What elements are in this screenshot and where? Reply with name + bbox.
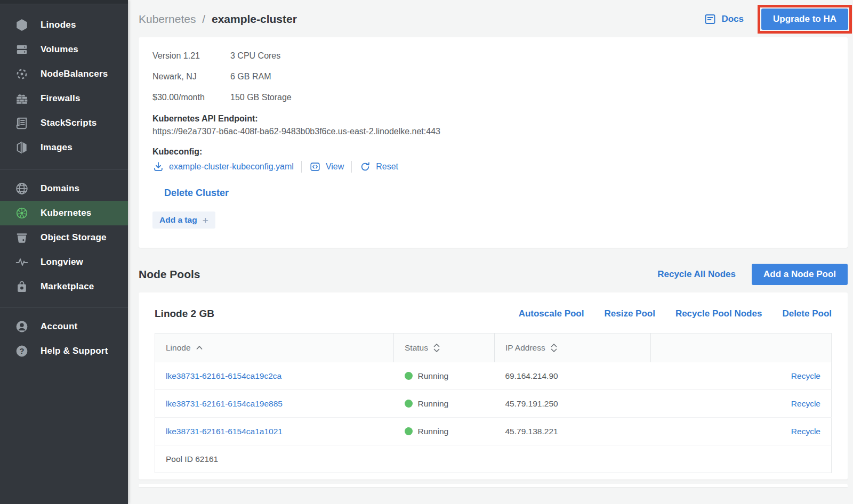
breadcrumb: Kubernetes / example-cluster [139,13,704,26]
sidebar-item-help-support[interactable]: ? Help & Support [0,339,128,363]
table-header-row: Linode Status [155,334,832,362]
sidebar-item-images[interactable]: Images [0,135,128,160]
sidebar-item-stackscripts[interactable]: StackScripts [0,111,128,135]
sidebar-item-linodes[interactable]: Linodes [0,13,128,37]
sidebar-item-object-storage[interactable]: Object Storage [0,225,128,250]
table-footer-row: Pool ID 62161 [155,445,832,473]
plus-icon: + [203,216,208,224]
sidebar-item-domains[interactable]: Domains [0,176,128,201]
recycle-node-link[interactable]: Recycle [791,371,820,380]
svg-text:?: ? [20,347,25,355]
help-icon: ? [14,343,30,359]
view-label: View [326,162,344,172]
kubernetes-icon [14,205,30,221]
docs-label: Docs [721,14,744,25]
sort-asc-icon [196,345,203,350]
status-label: Running [418,427,449,436]
stackscripts-icon [14,115,30,131]
docs-icon [704,13,717,26]
pool-name: Linode 2 GB [155,308,498,320]
resize-pool-link[interactable]: Resize Pool [604,308,655,319]
pool-head: Linode 2 GB Autoscale Pool Resize Pool R… [155,303,832,324]
spec-region: Newark, NJ [152,72,230,82]
longview-icon [14,254,30,270]
ip-address: 45.79.191.250 [505,399,558,408]
recycle-pool-nodes-link[interactable]: Recycle Pool Nodes [675,308,762,319]
column-header-ip-address[interactable]: IP Address [495,334,651,362]
status-dot [405,427,413,435]
kubeconfig-reset-link[interactable]: Reset [359,161,398,173]
spec-version: Version 1.21 [152,51,230,61]
sidebar-item-volumes[interactable]: Volumes [0,37,128,62]
sidebar-item-label: Help & Support [41,346,108,356]
recycle-node-link[interactable]: Recycle [791,427,820,436]
spec-cpu: 3 CPU Cores [230,51,833,61]
sidebar-item-label: Firewalls [41,93,81,104]
next-pool-card-edge [139,484,848,487]
column-label: Linode [166,343,191,353]
sidebar-item-nodebalancers[interactable]: NodeBalancers [0,62,128,86]
sidebar-item-label: NodeBalancers [41,69,108,79]
nodebalancers-icon [14,66,30,82]
table-row: lke38731-62161-6154ca1a1021 Running 45.7… [155,418,832,445]
sidebar-item-label: Object Storage [41,232,107,243]
node-pools-title: Node Pools [139,268,657,281]
breadcrumb-section[interactable]: Kubernetes [139,13,196,25]
sidebar-item-marketplace[interactable]: Marketplace [0,274,128,299]
ip-address: 69.164.214.90 [505,371,558,380]
cluster-specs: Version 1.21 3 CPU Cores Newark, NJ 6 GB… [152,51,833,102]
upgrade-to-ha-button[interactable]: Upgrade to HA [761,9,848,30]
column-header-linode[interactable]: Linode [155,334,394,362]
delete-pool-link[interactable]: Delete Pool [782,308,832,319]
firewalls-icon [14,91,30,107]
sidebar-item-longview[interactable]: Longview [0,250,128,274]
spec-ram: 6 GB RAM [230,72,833,82]
recycle-node-link[interactable]: Recycle [791,399,820,408]
breadcrumb-current: example-cluster [212,13,297,25]
download-icon [152,161,164,173]
main-content: Kubernetes / example-cluster Docs Upgrad… [128,0,853,504]
node-link[interactable]: lke38731-62161-6154ca19e885 [166,399,283,408]
sidebar-item-label: Domains [41,183,79,194]
column-header-status[interactable]: Status [394,334,495,362]
sidebar-item-account[interactable]: Account [0,314,128,339]
api-endpoint-url: https://9e2a7307-b6ac-408f-ba62-9483b0b3… [152,127,833,136]
add-node-pool-button[interactable]: Add a Node Pool [752,264,848,285]
node-link[interactable]: lke38731-62161-6154ca19c2ca [166,371,281,380]
object-storage-icon [14,230,30,246]
divider [351,161,352,173]
kubeconfig-download-link[interactable]: example-cluster-kubeconfig.yaml [152,161,294,173]
marketplace-icon [14,279,30,295]
sidebar-item-label: Account [41,321,77,332]
sidebar-item-kubernetes[interactable]: Kubernetes [0,201,128,225]
ip-address: 45.79.138.221 [505,427,558,436]
delete-cluster-button[interactable]: Delete Cluster [164,188,229,199]
status-label: Running [418,399,449,409]
sidebar-item-label: Volumes [41,44,78,55]
nodes-table: Linode Status [155,333,832,473]
sidebar-divider [0,307,128,308]
autoscale-pool-link[interactable]: Autoscale Pool [519,308,584,319]
sidebar-item-label: Kubernetes [41,208,92,218]
sidebar-item-label: StackScripts [41,118,96,128]
account-icon [14,319,30,335]
node-link[interactable]: lke38731-62161-6154ca1a1021 [166,427,283,436]
annotation-highlight-box: Upgrade to HA [758,5,852,34]
spec-price: $30.00/month [152,93,230,102]
domains-icon [14,181,30,197]
add-tag-button[interactable]: Add a tag + [152,212,215,229]
node-pool-card: Linode 2 GB Autoscale Pool Resize Pool R… [139,292,848,479]
sidebar-item-label: Linodes [41,20,76,30]
sidebar-item-label: Longview [41,257,83,267]
sidebar-item-firewalls[interactable]: Firewalls [0,86,128,111]
volumes-icon [14,42,30,58]
breadcrumb-separator: / [202,13,205,25]
sidebar-nav: Linodes Volumes NodeBalancers Firewalls [0,4,128,363]
status-dot [405,400,413,408]
kubeconfig-row: example-cluster-kubeconfig.yaml View Res… [152,160,833,174]
kubeconfig-view-link[interactable]: View [309,161,344,173]
docs-link[interactable]: Docs [704,13,744,26]
pool-id-label: Pool ID 62161 [155,445,832,473]
sidebar-item-label: Marketplace [41,281,94,292]
recycle-all-nodes-link[interactable]: Recycle All Nodes [657,269,736,280]
